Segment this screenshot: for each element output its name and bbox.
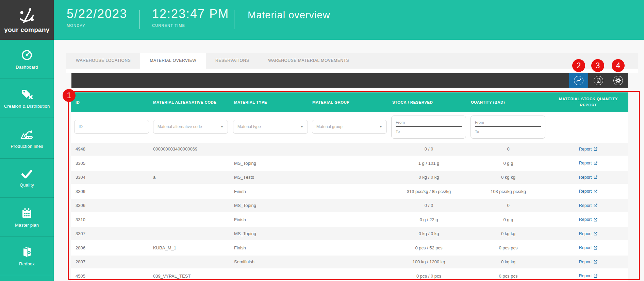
column-header-quantity-bad[interactable]: QUANTITY (BAD)	[468, 100, 548, 104]
table-row[interactable]: 3307 MS_Toping 0 kg / 0 kg 0 kg kg Repor…	[71, 227, 628, 241]
stock-from-input[interactable]	[396, 118, 462, 127]
cell-material-type: Semifinish	[231, 259, 310, 264]
external-link-icon	[593, 260, 598, 264]
sidebar-item-label: Quality	[20, 182, 34, 188]
cell-quantity-bad: 0 kg kg	[468, 259, 548, 264]
tab-warehouse-material-movements[interactable]: WAREHOUSE MATERIAL MOVEMENTS	[259, 53, 359, 69]
cell-stock-reserved: 0 kg / 0 kg	[390, 231, 468, 236]
report-link[interactable]: Report	[548, 147, 628, 152]
report-link[interactable]: Report	[548, 231, 628, 236]
table-row[interactable]: 3310 Finish 0 g / 22 g 0 g g Report	[71, 213, 628, 227]
column-header-material-type[interactable]: MATERIAL TYPE	[231, 100, 310, 104]
current-time: 12:23:47 PM	[152, 7, 229, 21]
check-icon	[20, 169, 33, 179]
report-link-label: Report	[579, 231, 592, 236]
cell-stock-reserved: 0 g / 22 g	[390, 217, 468, 222]
table-row[interactable]: 2806 KUBA_M_1 Finish 0 pcs / 52 pcs 0 pc…	[71, 241, 628, 255]
report-link[interactable]: Report	[548, 245, 628, 250]
sidebar-item-production-lines[interactable]: Production lines	[0, 118, 54, 159]
report-link-label: Report	[579, 260, 592, 264]
tag-icon	[20, 88, 33, 101]
report-link-label: Report	[579, 217, 592, 222]
cell-id: 2806	[71, 245, 150, 250]
report-link[interactable]: Report	[548, 161, 628, 165]
quantity-to-input[interactable]	[475, 127, 541, 136]
stock-to-input[interactable]	[396, 127, 462, 136]
cell-id: 3305	[71, 161, 150, 166]
cell-material-type: MS_Toping	[231, 231, 310, 236]
material-group-filter-select[interactable]: Material group ▼	[312, 120, 387, 134]
report-link[interactable]: Report	[548, 260, 628, 264]
cell-id: 3309	[71, 189, 150, 194]
quantity-from-input[interactable]	[475, 118, 541, 127]
time-block: 12:23:47 PM CURRENT TIME	[152, 7, 229, 28]
sidebar-item-label: Production lines	[11, 144, 43, 149]
tab-material-overview[interactable]: MATERIAL OVERVIEW	[140, 53, 206, 69]
report-link-label: Report	[579, 161, 592, 165]
toolbar-gap	[71, 88, 628, 91]
material-type-filter-select[interactable]: Material type ▼	[233, 120, 308, 134]
external-link-icon	[593, 231, 598, 236]
sidebar-item-label: Master plan	[15, 223, 39, 228]
table-row[interactable]: 3306 MS_Toping 0 / 0 0 Report	[71, 198, 628, 213]
document-button[interactable]	[589, 73, 608, 88]
external-link-icon	[593, 203, 598, 208]
sidebar-item-quality[interactable]: Quality	[0, 159, 54, 198]
column-header-id[interactable]: ID	[71, 100, 150, 104]
cell-id: 4505	[71, 274, 150, 279]
external-link-icon	[593, 274, 598, 278]
report-link-label: Report	[579, 203, 592, 208]
cell-quantity-bad: 0 kg kg	[468, 231, 548, 236]
box-icon	[20, 245, 33, 258]
cell-id: 3310	[71, 217, 150, 222]
sidebar-item-label: Redbox	[19, 261, 35, 266]
cell-id: 3307	[71, 231, 150, 236]
table-row[interactable]: 2807 Semifinish 100 kg / 1200 kg 0 kg kg…	[71, 255, 628, 269]
column-header-material-group[interactable]: MATERIAL GROUP	[310, 100, 390, 104]
cell-alternative-code: 000000003400000069	[150, 146, 231, 152]
cell-alternative-code: KUBA_M_1	[150, 245, 231, 250]
table-row[interactable]: 3309 Finish 313 pcs/kg / 85 pcs/kg 103 p…	[71, 185, 628, 199]
report-link[interactable]: Report	[548, 217, 628, 222]
column-header-alternative-code[interactable]: MATERIAL ALTERNATIVE CODE	[150, 100, 231, 104]
report-link[interactable]: Report	[548, 189, 628, 194]
header-divider	[139, 10, 140, 29]
table-row[interactable]: 3305 MS_Toping 1 g / 101 g 0 g g Report	[71, 156, 628, 171]
company-logo-icon	[18, 6, 36, 25]
table-row[interactable]: 4505 039_VYPAL_TEST 0 pcs / 0 pcs 0 pcs …	[71, 269, 628, 281]
cell-alternative-code: 039_VYPAL_TEST	[150, 274, 231, 279]
table-row[interactable]: 4948 000000003400000069 0 / 0 0 Report	[71, 142, 628, 156]
report-link[interactable]: Report	[548, 274, 628, 278]
cell-material-type: Finish	[231, 189, 310, 194]
tab-bar: WAREHOUSE LOCATIONS MATERIAL OVERVIEW RE…	[66, 53, 638, 69]
sidebar-item-master-plan[interactable]: Master plan	[0, 198, 54, 237]
sidebar-item-dashboard[interactable]: Dashboard	[0, 40, 54, 78]
column-header-stock-report[interactable]: MATERIAL STOCK QUANTITY REPORT	[548, 96, 628, 108]
external-link-icon	[593, 246, 598, 250]
quantity-range-filter	[470, 116, 545, 139]
external-link-icon	[593, 161, 598, 165]
report-link[interactable]: Report	[548, 175, 628, 180]
cell-id: 3306	[71, 203, 150, 208]
sidebar-item-label: Creation & Distribution	[4, 104, 50, 109]
tab-warehouse-locations[interactable]: WAREHOUSE LOCATIONS	[66, 53, 140, 69]
company-logo[interactable]: your company	[0, 0, 54, 40]
sidebar-item-redbox[interactable]: Redbox	[0, 237, 54, 275]
sidebar-item-creation-distribution[interactable]: Creation & Distribution	[0, 78, 54, 118]
line-chart-icon	[574, 76, 583, 85]
table-row[interactable]: 3304 a MS_Těsto 0 kg / 0 kg 0 kg kg Repo…	[71, 170, 628, 185]
external-link-icon	[593, 189, 598, 194]
sidebar-item-label: Dashboard	[16, 65, 38, 70]
cell-stock-reserved: 0 / 0	[390, 146, 468, 152]
settings-button[interactable]	[609, 73, 628, 88]
column-header-stock-reserved[interactable]: STOCK / RESERVED	[390, 100, 468, 104]
alternative-code-filter-select[interactable]: Material alternative code ▼	[153, 120, 228, 134]
report-link[interactable]: Report	[548, 203, 628, 208]
chart-report-button[interactable]	[569, 73, 588, 88]
stock-range-filter	[391, 116, 466, 139]
cell-quantity-bad: 0 kg kg	[468, 175, 548, 180]
table-header-row: ID MATERIAL ALTERNATIVE CODE MATERIAL TY…	[71, 92, 628, 112]
current-day-label: MONDAY	[67, 23, 127, 28]
id-filter-input[interactable]	[74, 120, 149, 134]
tab-reservations[interactable]: RESERVATIONS	[206, 53, 259, 69]
